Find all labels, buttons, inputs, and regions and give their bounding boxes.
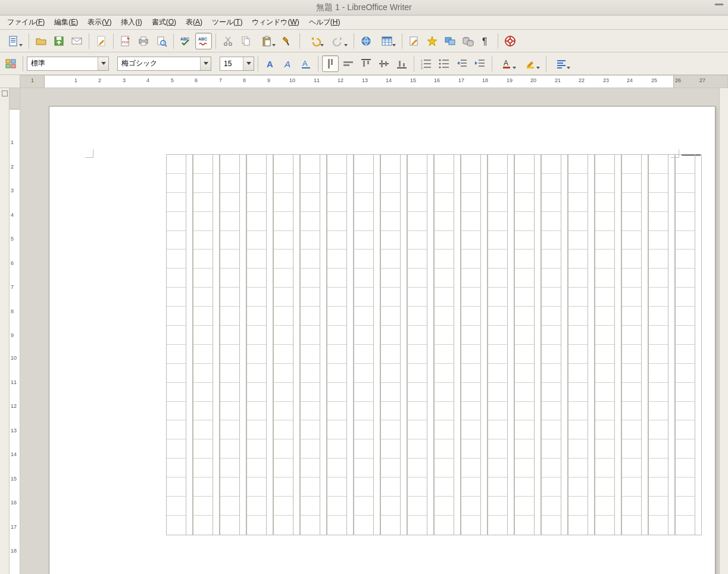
- menu-window[interactable]: ウィンドウ(W): [247, 15, 304, 29]
- genkou-cell: [461, 249, 480, 269]
- menu-edit[interactable]: 編集(E): [49, 15, 83, 29]
- hyperlink-button[interactable]: [358, 33, 374, 49]
- genkou-cell: [515, 212, 534, 231]
- format-paintbrush-button[interactable]: [279, 33, 296, 49]
- styles-window-button[interactable]: [2, 55, 19, 72]
- genkou-cell: [220, 249, 239, 269]
- vertical-ruler[interactable]: 1 2 3 4 5 6 7 8 9 10 11 12 13 14 15 16 1…: [10, 88, 20, 574]
- genkou-cell: [622, 402, 641, 421]
- data-sources-button[interactable]: [460, 33, 476, 49]
- genkou-cell: [622, 212, 641, 231]
- genkou-cell: [301, 231, 320, 250]
- decrease-indent-button[interactable]: [454, 55, 470, 72]
- paragraph-style-combo[interactable]: 標準: [27, 57, 109, 71]
- undo-button[interactable]: [304, 33, 326, 49]
- horizontal-ruler[interactable]: 1 1 2 3 4 5 6 7 8 9 10 11 12 13 14 15 16…: [20, 75, 728, 88]
- font-color-button[interactable]: A: [496, 55, 518, 72]
- dropdown-arrow-icon[interactable]: [98, 57, 108, 70]
- paragraph-align-button[interactable]: [550, 55, 573, 72]
- align-top-button[interactable]: [358, 55, 374, 72]
- genkou-cell: [649, 288, 668, 307]
- text-top-to-bottom-button[interactable]: [322, 55, 339, 72]
- email-button[interactable]: [68, 33, 85, 49]
- genkou-cell: [568, 402, 588, 421]
- menu-insert[interactable]: 挿入(I): [116, 15, 146, 29]
- genkou-cell: [220, 269, 239, 288]
- open-button[interactable]: [33, 33, 49, 49]
- menu-file[interactable]: ファイル(F): [2, 15, 49, 29]
- genkou-cell: [622, 364, 641, 383]
- save-button[interactable]: [51, 33, 67, 49]
- menu-help[interactable]: ヘルプ(H): [304, 15, 345, 29]
- vertical-scrollbar[interactable]: [719, 88, 728, 574]
- genkou-cell: [301, 288, 320, 307]
- menu-tools[interactable]: ツール(T): [207, 15, 247, 29]
- paste-button[interactable]: [255, 33, 278, 49]
- spellcheck-button[interactable]: ABC: [177, 33, 194, 49]
- gallery-button[interactable]: [442, 33, 458, 49]
- genkou-cell: [435, 497, 454, 516]
- genkou-cell: [461, 212, 480, 231]
- ruler-tick: 21: [555, 77, 561, 83]
- bullet-list-button[interactable]: [436, 55, 452, 72]
- genkou-column-pair: [300, 154, 327, 535]
- edit-file-button[interactable]: [93, 33, 110, 49]
- underline-button[interactable]: A: [298, 55, 314, 72]
- genkou-cell: [247, 249, 266, 269]
- genkou-cell: [247, 345, 266, 364]
- genkou-cell: [622, 231, 641, 250]
- highlight-color-button[interactable]: [520, 55, 542, 72]
- menu-table[interactable]: 表(A): [181, 15, 207, 29]
- dropdown-arrow-icon[interactable]: [243, 57, 254, 70]
- print-button[interactable]: [135, 33, 152, 49]
- dropdown-arrow-icon[interactable]: [200, 57, 211, 70]
- redo-button[interactable]: [327, 33, 350, 49]
- cut-button[interactable]: [220, 33, 236, 49]
- show-draw-functions-button[interactable]: [406, 33, 423, 49]
- genkou-cell: [301, 326, 320, 345]
- genkou-cell: [622, 174, 641, 193]
- genkou-cell: [193, 193, 213, 212]
- menu-view[interactable]: 表示(V): [83, 15, 116, 29]
- genkou-gap-column: [213, 154, 220, 535]
- tabstop-selector-icon[interactable]: [2, 91, 8, 96]
- svg-rect-0: [10, 36, 17, 46]
- genkou-cell: [676, 516, 695, 535]
- italic-button[interactable]: A: [280, 55, 296, 72]
- page[interactable]: [49, 106, 715, 574]
- font-name-combo[interactable]: 梅ゴシック: [117, 57, 211, 71]
- genkou-cell: [327, 326, 346, 345]
- export-pdf-button[interactable]: PDF: [117, 33, 134, 49]
- genkou-cell: [408, 269, 427, 288]
- genkou-cell: [274, 516, 293, 535]
- genkou-cell: [301, 516, 320, 535]
- copy-button[interactable]: [238, 33, 254, 49]
- ruler-tick: 25: [651, 77, 657, 83]
- genkou-column-pair: [166, 154, 193, 535]
- bold-button[interactable]: A: [262, 55, 279, 72]
- svg-rect-12: [141, 42, 146, 45]
- navigator-button[interactable]: [424, 33, 440, 49]
- align-vcenter-button[interactable]: [376, 55, 392, 72]
- font-size-combo[interactable]: 15: [220, 57, 254, 71]
- print-preview-button[interactable]: [153, 33, 170, 49]
- nonprinting-chars-button[interactable]: ¶: [477, 33, 494, 49]
- document-canvas[interactable]: [20, 88, 728, 574]
- increase-indent-button[interactable]: [471, 55, 488, 72]
- genkou-cell: [461, 478, 480, 497]
- auto-spellcheck-button[interactable]: ABC: [195, 33, 212, 49]
- genkou-column-pair: [380, 154, 407, 535]
- genkou-cell: [247, 269, 266, 288]
- text-horizontal-button[interactable]: [340, 55, 357, 72]
- align-bottom-button[interactable]: [393, 55, 410, 72]
- svg-rect-24: [265, 40, 270, 46]
- numbered-list-button[interactable]: 123: [418, 55, 435, 72]
- window-minimize-indicator[interactable]: [715, 4, 723, 5]
- genkou-cell: [676, 458, 695, 478]
- insert-table-button[interactable]: [376, 33, 398, 49]
- ruler-tick: 23: [603, 77, 609, 83]
- genkou-cell: [568, 364, 588, 383]
- new-document-button[interactable]: [2, 33, 25, 49]
- help-button[interactable]: [502, 33, 518, 49]
- menu-format[interactable]: 書式(O): [147, 15, 181, 29]
